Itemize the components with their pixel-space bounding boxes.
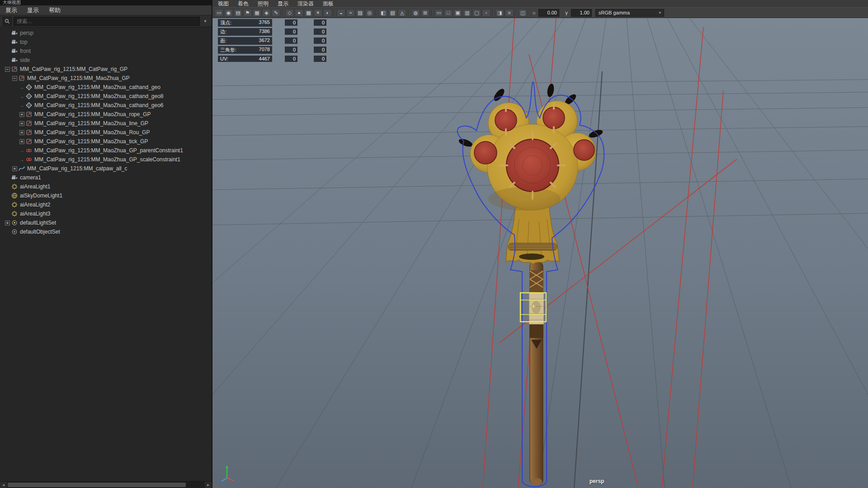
outliner-item[interactable]: +MM_CatPaw_rig_1215:MM_MaoZhua_line_GP (0, 119, 212, 128)
viewport-canvas[interactable]: 顶点:376500边:738600面:367200三角形:707800UV:44… (212, 18, 868, 488)
search-icon[interactable] (3, 17, 12, 26)
hud-stat-value: 3672 (259, 38, 270, 44)
bookmarks-icon[interactable]: ⚑ (243, 9, 252, 17)
outliner-item[interactable]: +defaultLightSet (0, 218, 212, 227)
lock-camera-icon[interactable]: ◉ (224, 9, 233, 17)
search-filter-caret-icon[interactable]: ▾ (202, 19, 209, 23)
hud-stat-value: 4467 (259, 56, 270, 61)
outliner-item[interactable]: defaultObjectSet (0, 227, 212, 236)
expand-toggle-icon[interactable]: − (5, 67, 10, 72)
outliner-menu-help[interactable]: 帮助 (49, 6, 61, 14)
expand-toggle-icon[interactable]: + (19, 130, 24, 135)
hud-stat-row: 面:367200 (218, 38, 326, 44)
exposure-input[interactable] (538, 9, 559, 17)
xray-icon[interactable]: ▧ (388, 9, 397, 17)
select-camera-icon[interactable]: ▭ (215, 9, 223, 17)
outliner-item-label: MM_CatPaw_rig_1215:MM_MaoZhua_GP_parentC… (34, 147, 183, 154)
outliner-item[interactable]: +MM_CatPaw_rig_1215:MM_MaoZhua_tick_GP (0, 137, 212, 146)
outliner-item[interactable]: −MM_CatPaw_rig_1215:MM_CatPaw_rig_GP (0, 65, 212, 74)
image-plane-icon[interactable]: ▦ (253, 9, 261, 17)
screen-space-ao-icon[interactable]: ◒ (337, 9, 345, 17)
scroll-left-icon[interactable]: ◂ (0, 482, 7, 488)
outliner-item[interactable]: →MM_CatPaw_rig_1215:MM_MaoZhua_cathand_g… (0, 83, 212, 92)
outliner-menu-show[interactable]: 显示 (27, 6, 39, 14)
viewport-menu-renderer[interactable]: 渲染器 (297, 0, 314, 8)
motion-blur-icon[interactable]: ≈ (346, 9, 355, 17)
expand-toggle-icon[interactable]: − (12, 76, 17, 81)
outliner-item[interactable]: aiAreaLight3 (0, 209, 212, 218)
outliner-item[interactable]: aiAreaLight2 (0, 200, 212, 209)
viewport-menu-lighting[interactable]: 照明 (258, 0, 269, 8)
default-material-icon[interactable]: ◍ (411, 9, 420, 17)
resolution-gate-icon[interactable]: □ (444, 9, 453, 17)
outliner-item[interactable]: aiAreaLight1 (0, 182, 212, 191)
outliner-item[interactable]: front (0, 47, 212, 56)
domelight-icon (11, 192, 18, 199)
outliner-item[interactable]: →MM_CatPaw_rig_1215:MM_MaoZhua_cathand_g… (0, 92, 212, 101)
object-details-icon[interactable]: ≡ (505, 9, 514, 17)
outliner-item[interactable]: +MM_CatPaw_rig_1215:MM_catpaw_all_c (0, 164, 212, 173)
field-chart-icon[interactable]: ▥ (463, 9, 472, 17)
outliner-hscrollbar[interactable]: ◂ ▸ (0, 481, 212, 488)
lighting-icon[interactable]: ☀ (314, 9, 322, 17)
film-gate-icon[interactable]: ▭ (434, 9, 443, 17)
expand-toggle-icon[interactable]: + (19, 112, 24, 117)
outliner-item-label: defaultObjectSet (20, 229, 60, 235)
grease-pencil-icon[interactable]: ✎ (272, 9, 280, 17)
outliner-item[interactable]: →MM_CatPaw_rig_1215:MM_MaoZhua_GP_scaleC… (0, 155, 212, 164)
outliner-item[interactable]: −MM_CatPaw_rig_1215:MM_MaoZhua_GP (0, 74, 212, 83)
textured-icon[interactable]: ▩ (304, 9, 313, 17)
hud-icon[interactable]: ◨ (495, 9, 504, 17)
scene-3d[interactable] (212, 18, 868, 488)
hud-stat-bar: 顶点:3765 (218, 19, 272, 27)
snapshot-icon[interactable]: ◫ (519, 9, 527, 17)
outliner-item-label: defaultLightSet (20, 220, 56, 226)
safe-action-icon[interactable]: ▢ (472, 9, 481, 17)
outliner-item[interactable]: →MM_CatPaw_rig_1215:MM_MaoZhua_GP_parent… (0, 146, 212, 155)
outliner-item[interactable]: side (0, 56, 212, 65)
outliner-item[interactable]: +MM_CatPaw_rig_1215:MM_MaoZhua_rope_GP (0, 110, 212, 119)
view-transform-dropdown[interactable]: sRGB gamma ▾ (595, 9, 664, 17)
shadows-icon[interactable]: ◐ (323, 9, 332, 17)
toolbar-separator (493, 9, 493, 16)
multisample-icon[interactable]: ▨ (356, 9, 364, 17)
depth-of-field-icon[interactable]: ◎ (365, 9, 374, 17)
expand-toggle-icon[interactable]: + (19, 121, 24, 126)
outliner-item[interactable]: persp (0, 28, 212, 38)
outliner-menu-display[interactable]: 展示 (5, 6, 17, 14)
outliner-item[interactable]: →MM_CatPaw_rig_1215:MM_MaoZhua_cathand_g… (0, 101, 212, 110)
outliner-item[interactable]: +MM_CatPaw_rig_1215:MM_MaoZhua_Rou_GP (0, 128, 212, 137)
expand-toggle-icon[interactable]: + (12, 166, 17, 171)
expand-toggle-icon[interactable]: + (5, 221, 10, 225)
toolbar-separator (516, 9, 516, 16)
isolate-select-icon[interactable]: ◧ (379, 9, 387, 17)
mesh-icon (25, 93, 33, 99)
expand-toggle-icon[interactable]: + (19, 139, 24, 144)
grid-icon[interactable]: ⊞ (421, 9, 429, 17)
outliner-item-label: front (20, 48, 31, 54)
outliner-item[interactable]: camera1 (0, 173, 212, 182)
gate-mask-icon[interactable]: ▣ (453, 9, 462, 17)
gamma-input[interactable] (571, 9, 592, 17)
outliner-item[interactable]: aiSkyDomeLight1 (0, 191, 212, 200)
viewport-menu-show[interactable]: 显示 (278, 0, 288, 8)
viewport-menu-shading[interactable]: 着色 (238, 0, 249, 8)
outliner-item-label: MM_CatPaw_rig_1215:MM_MaoZhua_GP_scaleCo… (34, 156, 180, 163)
mesh-icon (25, 84, 33, 90)
scroll-right-icon[interactable]: ▸ (205, 482, 212, 488)
viewport-menu-panels[interactable]: 面板 (323, 0, 334, 8)
wireframe-icon[interactable]: ◇ (285, 9, 294, 17)
outliner-item[interactable]: top (0, 38, 212, 47)
toolbar-separator (376, 9, 377, 16)
smooth-shade-icon[interactable]: ● (295, 9, 303, 17)
scrollbar-thumb[interactable] (8, 483, 186, 487)
safe-title-icon[interactable]: ▫ (482, 9, 491, 17)
camera-attributes-icon[interactable]: ▤ (234, 9, 242, 17)
search-input[interactable] (14, 17, 200, 26)
xform-icon (25, 129, 33, 136)
scrollbar-track[interactable] (7, 482, 205, 488)
viewport-menu-view[interactable]: 视图 (218, 0, 229, 8)
ink-smear (519, 253, 544, 260)
wireframe-on-shaded-icon[interactable]: ◬ (398, 9, 406, 17)
two-d-pan-zoom-icon[interactable]: ◈ (262, 9, 271, 17)
